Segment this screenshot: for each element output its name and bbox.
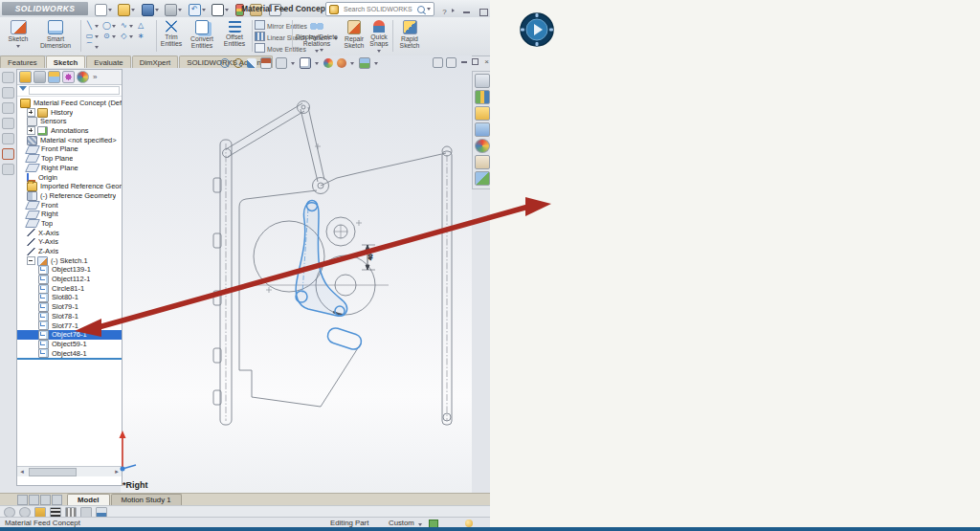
tab-sketch[interactable]: Sketch [46, 55, 86, 68]
tree-item-object139[interactable]: Object139-1 [17, 265, 122, 275]
tree-item-circle81[interactable]: Circle81-1 [17, 284, 122, 294]
tree-item-annotations[interactable]: Annotations [17, 126, 122, 136]
frame-geometry[interactable] [213, 101, 452, 426]
convert-entities-button[interactable]: Convert Entities [186, 19, 218, 49]
tag-status-icon[interactable] [465, 520, 473, 527]
strip-icon-5[interactable] [2, 133, 14, 144]
tree-item-slot80[interactable]: Slot80-1 [17, 293, 122, 302]
tree-item-object112[interactable]: Object112-1 [17, 275, 122, 284]
mini-tool-5[interactable] [65, 507, 77, 518]
tree-item-object48[interactable]: Object48-1 [17, 349, 122, 361]
trim-entities-button[interactable]: Trim Entities [159, 19, 184, 47]
scroll-left-icon[interactable]: ◂ [17, 468, 27, 476]
tree-item-right-plane[interactable]: Right Plane [17, 164, 122, 173]
file-explorer-tab-icon[interactable] [475, 122, 490, 137]
caret-icon[interactable] [112, 35, 116, 40]
sketch-button[interactable]: Sketch [4, 19, 33, 50]
strip-icon-6[interactable] [2, 148, 14, 160]
caret-icon[interactable] [202, 9, 206, 13]
dimxpertmanager-tab-icon[interactable] [62, 71, 75, 83]
caret-icon[interactable] [225, 9, 229, 13]
tree-item-object59[interactable]: Object59-1 [17, 340, 122, 349]
caret-icon[interactable] [155, 9, 159, 13]
resources-tab-icon[interactable] [475, 90, 490, 104]
smart-dimension-button[interactable]: Smart Dimension [34, 19, 77, 49]
tree-item-history[interactable]: History [17, 108, 122, 118]
quick-snaps-button[interactable]: Quick Snaps [368, 19, 390, 55]
line-tool-icon[interactable]: ╲ [84, 21, 95, 30]
tree-item-slot77[interactable]: Slot77-1 [17, 321, 122, 331]
display-delete-relations-button[interactable]: Display/Delete Relations [295, 19, 339, 55]
tree-item-sensors[interactable]: Sensors [17, 117, 122, 126]
caret-icon[interactable] [108, 9, 112, 13]
rectangle-tool-icon[interactable]: ▭ [84, 32, 95, 40]
caret-icon[interactable] [112, 25, 116, 30]
tree-item-front-plane[interactable]: Front Plane [17, 144, 122, 154]
mini-tool-7[interactable] [96, 507, 107, 518]
spline-tool-icon[interactable]: ∿ [119, 21, 129, 30]
ellipse-tool-icon[interactable]: ◇ [119, 32, 129, 40]
polygon-tool-icon[interactable]: △ [136, 21, 146, 30]
filter-input[interactable] [29, 86, 120, 95]
sw-sketch-drawing[interactable]: 40 [121, 55, 472, 493]
arc-tool-icon[interactable]: ⌒ [84, 42, 95, 51]
sw-help-search[interactable] [325, 2, 434, 16]
mini-tool-6[interactable] [80, 507, 92, 518]
open-document-icon[interactable] [118, 4, 130, 16]
caret-icon[interactable] [427, 8, 431, 12]
featuremanager-tab-icon[interactable] [19, 71, 32, 83]
expand-icon[interactable] [27, 108, 35, 117]
strip-icon-3[interactable] [2, 102, 14, 114]
displaymanager-tab-icon[interactable] [77, 71, 89, 83]
strip-icon-2[interactable] [2, 87, 14, 99]
tree-horizontal-scrollbar[interactable]: ◂ ▸ [17, 466, 122, 476]
expand-icon[interactable] [27, 126, 35, 135]
caret-icon[interactable] [95, 25, 99, 30]
scenes-tab-icon[interactable] [475, 171, 490, 186]
mini-tool-1[interactable] [4, 507, 15, 518]
sw-help-search-input[interactable] [342, 5, 415, 13]
custom-properties-tab-icon[interactable] [475, 155, 490, 169]
tree-item-top-plane[interactable]: Top Plane [17, 154, 122, 164]
filter-funnel-icon[interactable] [19, 86, 27, 95]
tab-features[interactable]: Features [0, 55, 45, 68]
caret-icon[interactable] [129, 35, 133, 40]
tree-item-ref-geometry[interactable]: (-) Reference Geometry [17, 191, 122, 201]
save-icon[interactable] [142, 4, 154, 16]
tree-item-top[interactable]: Top [17, 219, 122, 229]
point-tool-icon[interactable]: ⊙ [101, 32, 112, 40]
search-icon[interactable] [417, 6, 425, 13]
caret-icon[interactable] [129, 25, 133, 30]
scroll-thumb[interactable] [29, 468, 77, 476]
text-tool-icon[interactable]: ∗ [136, 32, 146, 40]
caret-icon[interactable] [131, 9, 135, 13]
repair-sketch-button[interactable]: Repair Sketch [341, 19, 368, 49]
strip-icon-7[interactable] [2, 164, 14, 175]
design-library-tab-icon[interactable] [475, 106, 490, 121]
new-document-icon[interactable] [95, 4, 107, 16]
circle-tool-icon[interactable]: ◯ [101, 21, 112, 30]
more-tabs-icon[interactable]: » [93, 73, 97, 81]
caret-icon[interactable] [95, 46, 99, 51]
tree-item-object76-selected[interactable]: Object76-1 [17, 330, 122, 340]
offset-entities-button[interactable]: Offset Entities [220, 19, 249, 47]
mini-tool-3[interactable] [34, 507, 46, 518]
rapid-sketch-button[interactable]: Rapid Sketch [395, 19, 424, 49]
appearances-tab-icon[interactable] [475, 139, 490, 153]
print-icon[interactable] [165, 4, 177, 16]
tree-item-z-axis[interactable]: Z-Axis [17, 247, 122, 256]
tree-item-slot79[interactable]: Slot79-1 [17, 302, 122, 312]
tree-item-y-axis[interactable]: Y-Axis [17, 237, 122, 247]
mini-tool-2[interactable] [19, 507, 31, 518]
tree-root[interactable]: Material Feed Concept (Defaul [17, 99, 122, 108]
select-tool-icon[interactable] [212, 4, 224, 16]
caret-icon[interactable] [178, 9, 182, 13]
tree-item-material[interactable]: Material <not specified> [17, 136, 122, 145]
home-tab-icon[interactable] [475, 74, 490, 88]
3dexperience-compass[interactable] [519, 11, 555, 48]
pane-restore-icon[interactable] [471, 57, 479, 68]
tree-item-sketch1[interactable]: (-) Sketch.1 [17, 256, 122, 266]
undo-icon[interactable]: ↶ [189, 4, 201, 16]
tree-item-slot78[interactable]: Slot78-1 [17, 312, 122, 321]
strip-icon-4[interactable] [2, 118, 14, 129]
